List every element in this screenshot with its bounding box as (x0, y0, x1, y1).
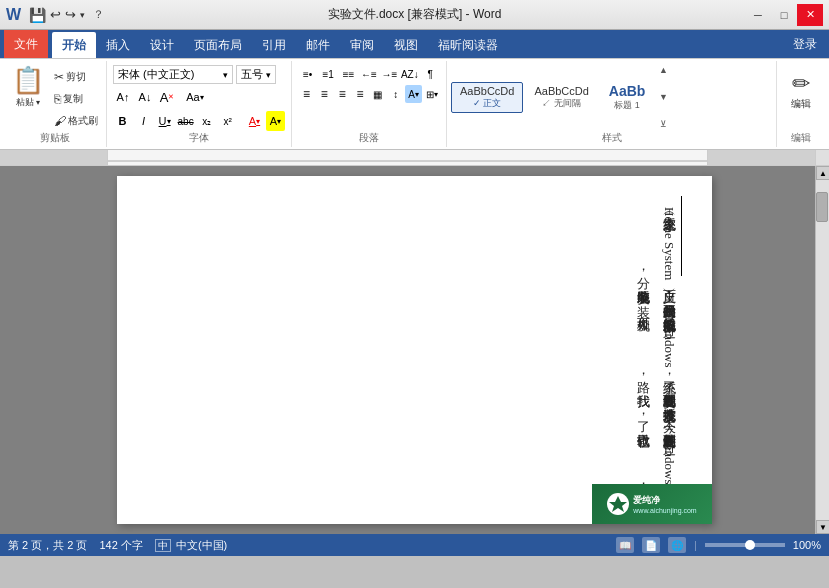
tab-insert[interactable]: 插入 (96, 32, 140, 58)
page-inner: 系统之家（Home System）广义上百分，电脑系统安装 不是很普及的时候，一… (117, 176, 712, 524)
ribbon: 文件 开始 插入 设计 页面布局 引用 邮件 审阅 视图 福昕阅读器 登录 📋 … (0, 30, 829, 150)
save-button[interactable]: 💾 (29, 7, 46, 23)
increase-indent-button[interactable]: →≡ (380, 65, 399, 83)
quick-access-toolbar: W 💾 ↩ ↪ ▾ (6, 6, 85, 24)
close-button[interactable]: ✕ (797, 4, 823, 26)
copy-button[interactable]: ⎘复制 (50, 89, 102, 109)
numbering-button[interactable]: ≡1 (318, 65, 337, 83)
word-count: 142 个字 (99, 538, 142, 553)
paragraph-group: ≡• ≡1 ≡≡ ←≡ →≡ AZ↓ ¶ ≡ ≡ ≡ ≡ ▦ ↕ A▾ ⊞▾ 段… (292, 61, 447, 147)
ribbon-tab-row: 文件 开始 插入 设计 页面布局 引用 邮件 审阅 视图 福昕阅读器 登录 (0, 30, 829, 58)
font-group-label: 字体 (107, 131, 291, 145)
scroll-up-button[interactable]: ▲ (816, 166, 829, 180)
subscript-button[interactable]: x₂ (197, 111, 216, 131)
highlight-button[interactable]: A▾ (266, 111, 285, 131)
watermark-url: www.aichunjing.com (633, 507, 696, 514)
clipboard-group: 📋 粘贴 ▾ ✂剪切 ⎘复制 🖌格式刷 (4, 61, 107, 147)
separator-line: | (694, 539, 697, 551)
superscript-button[interactable]: x² (218, 111, 237, 131)
font-group: 宋体 (中文正文) ▾ 五号 ▾ A↑ A↓ A✕ Aa▾ B I U▾ abc (107, 61, 292, 147)
styles-group-label: 样式 (447, 131, 776, 145)
scroll-down-button[interactable]: ▼ (816, 520, 829, 534)
line-spacing-button[interactable]: ↕ (387, 85, 404, 103)
change-case-button[interactable]: Aa▾ (185, 87, 205, 107)
font-face-selector[interactable]: 宋体 (中文正文) ▾ (113, 65, 233, 84)
page-info: 第 2 页，共 2 页 (8, 538, 87, 553)
column-button[interactable]: ▦ (370, 85, 387, 103)
strikethrough-button[interactable]: abc (176, 111, 195, 131)
tab-foxit[interactable]: 福昕阅读器 (428, 32, 508, 58)
redo-button[interactable]: ↪ (65, 7, 76, 22)
font-size-selector[interactable]: 五号 ▾ (236, 65, 276, 84)
style-heading1[interactable]: AaBb 标题 1 (600, 80, 655, 115)
watermark: 爱纯净 www.aichunjing.com (592, 484, 712, 524)
ribbon-content: 📋 粘贴 ▾ ✂剪切 ⎘复制 🖌格式刷 (0, 58, 829, 150)
tab-home[interactable]: 开始 (52, 32, 96, 58)
cut-button[interactable]: ✂剪切 (50, 67, 102, 87)
style-no-spacing[interactable]: AaBbCcDd ↙ 无间隔 (525, 82, 597, 113)
language-indicator: 中 中文(中国) (155, 538, 227, 553)
window-controls: ─ □ ✕ (745, 4, 823, 26)
align-left-button[interactable]: ≡ (298, 85, 315, 103)
font-shrink-icon[interactable]: A↓ (135, 87, 155, 107)
ruler-left-margin (0, 150, 108, 165)
maximize-button[interactable]: □ (771, 4, 797, 26)
view-print-button[interactable]: 📄 (642, 537, 660, 553)
zoom-slider[interactable] (705, 543, 785, 547)
undo-button[interactable]: ↩ (50, 7, 61, 22)
sort-button[interactable]: AZ↓ (400, 65, 419, 83)
styles-group: AaBbCcDd ✓ 正文 AaBbCcDd ↙ 无间隔 AaBb 标题 1 (447, 61, 777, 147)
font-grow-icon[interactable]: A↑ (113, 87, 133, 107)
minimize-button[interactable]: ─ (745, 4, 771, 26)
styles-scroll-up[interactable]: ▲ (656, 65, 670, 75)
tab-view[interactable]: 视图 (384, 32, 428, 58)
view-web-button[interactable]: 🌐 (668, 537, 686, 553)
zoom-thumb[interactable] (745, 540, 755, 550)
bold-button[interactable]: B (113, 111, 132, 131)
scroll-thumb[interactable] (816, 192, 828, 222)
status-bar: 第 2 页，共 2 页 142 个字 中 中文(中国) 📖 📄 🌐 | 100% (0, 534, 829, 556)
styles-scroll-down[interactable]: ▼ (656, 92, 670, 102)
decrease-indent-button[interactable]: ←≡ (359, 65, 378, 83)
svg-marker-1 (609, 496, 627, 512)
underline-button[interactable]: U▾ (155, 111, 174, 131)
ruler-main (108, 150, 707, 165)
text-column-1: 系统之家（Home System）广义上百分，电脑系统安装 (630, 206, 682, 280)
multilevel-button[interactable]: ≡≡ (339, 65, 358, 83)
styles-more[interactable]: ⊻ (656, 119, 670, 129)
help-icon[interactable]: ？ (93, 7, 104, 22)
justify-button[interactable]: ≡ (352, 85, 369, 103)
title-bar: W 💾 ↩ ↪ ▾ 实验文件.docx [兼容模式] - Word ？ ─ □ … (0, 0, 829, 30)
status-right: 📖 📄 🌐 | 100% (616, 537, 821, 553)
paragraph-group-label: 段落 (292, 131, 446, 145)
edit-button[interactable]: ✏ 编辑 (779, 63, 823, 119)
format-painter-button[interactable]: 🖌格式刷 (50, 111, 102, 131)
align-center-button[interactable]: ≡ (316, 85, 333, 103)
text-column-4: 度技术安装系统，今天，还看到最直觉的安装了，微软也已 (630, 390, 682, 423)
text-column-2: 不是很普及的时候，一般指电脑系统安装，可如今机 (630, 286, 682, 308)
italic-button[interactable]: I (134, 111, 153, 131)
tab-design[interactable]: 设计 (140, 32, 184, 58)
style-normal[interactable]: AaBbCcDd ✓ 正文 (451, 82, 523, 113)
tab-mailings[interactable]: 邮件 (296, 32, 340, 58)
view-read-button[interactable]: 📖 (616, 537, 634, 553)
horizontal-ruler (0, 150, 829, 166)
vertical-scrollbar: ▲ ▼ (815, 166, 829, 534)
border-button[interactable]: ⊞▾ (423, 85, 440, 103)
tab-references[interactable]: 引用 (252, 32, 296, 58)
paste-button[interactable]: 📋 粘贴 ▾ (8, 63, 48, 111)
text-column-3: 过 Windows 系统了，现看到最直觉的安装路，我找 (630, 314, 682, 384)
customize-quick-access[interactable]: ▾ (80, 10, 85, 20)
login-button[interactable]: 登录 (781, 30, 829, 58)
shading-button[interactable]: A▾ (405, 85, 422, 103)
tab-file[interactable]: 文件 (4, 30, 48, 58)
tab-layout[interactable]: 页面布局 (184, 32, 252, 58)
show-marks-button[interactable]: ¶ (421, 65, 440, 83)
document-area: 系统之家（Home System）广义上百分，电脑系统安装 不是很普及的时候，一… (0, 166, 829, 534)
tab-review[interactable]: 审阅 (340, 32, 384, 58)
bullets-button[interactable]: ≡• (298, 65, 317, 83)
edit-group-label: 编辑 (777, 131, 825, 145)
clear-format-button[interactable]: A✕ (157, 87, 177, 107)
align-right-button[interactable]: ≡ (334, 85, 351, 103)
text-color-button[interactable]: A▾ (245, 111, 264, 131)
